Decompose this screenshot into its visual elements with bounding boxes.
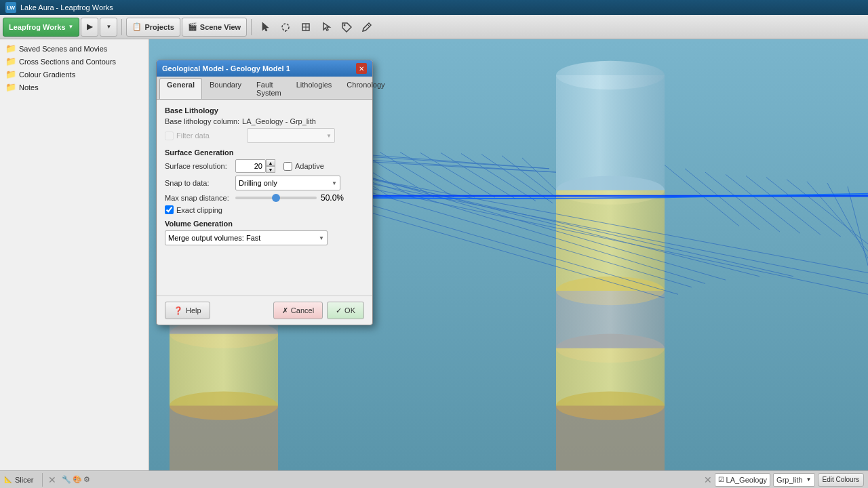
ok-icon: ✓ (336, 306, 342, 315)
tab-general[interactable]: General (159, 78, 202, 99)
ok-label: OK (344, 306, 355, 314)
title-bar: LW Lake Aura - Leapfrog Works (0, 0, 868, 15)
layer-dropdown[interactable]: ☑ LA_Geology (715, 473, 771, 487)
dialog-spacer (157, 255, 372, 296)
volume-value: Merge output volumes: Fast (168, 234, 260, 242)
max-snap-slider[interactable] (235, 197, 317, 199)
volume-generation-label: Volume Generation (165, 220, 364, 228)
tab-boundary[interactable]: Boundary (202, 78, 249, 99)
folder-icon: 📁 (5, 69, 16, 79)
leapfrog-menu-button[interactable]: Leapfrog Works ▼ (3, 18, 79, 37)
sidebar-item-notes[interactable]: 📁 Notes (0, 81, 149, 94)
sidebar-item-label: Cross Sections and Contours (19, 58, 116, 66)
sidebar-item-label: Saved Scenes and Movies (19, 45, 107, 53)
help-label: Help (186, 306, 201, 314)
dialog-action-buttons: ✗ Cancel ✓ OK (273, 302, 364, 319)
colour-dropdown[interactable]: Grp_lith ▼ (773, 473, 814, 487)
main-toolbar: Leapfrog Works ▼ ▶ ▼ 📋 Projects 🎬 Scene … (0, 15, 868, 39)
sidebar-item-label: Colour Gradients (19, 70, 75, 79)
tool-icon-2[interactable]: 🎨 (73, 475, 82, 484)
volume-dropdown[interactable]: Merge output volumes: Fast ▼ (165, 230, 328, 245)
surface-generation-label: Surface Generation (165, 148, 364, 157)
tool-icon-1[interactable]: 🔧 (62, 475, 71, 484)
svg-point-0 (282, 24, 289, 30)
slicer-icon: 📐 (4, 476, 12, 483)
colour-dropdown-arrow: ▼ (806, 476, 812, 483)
exact-clipping-row: Exact clipping (165, 205, 364, 214)
adaptive-checkbox[interactable] (283, 162, 292, 171)
leapfrog-btn-label: Leapfrog Works (9, 23, 66, 31)
select-tool-button[interactable] (256, 18, 275, 37)
help-icon: ❓ (174, 306, 183, 315)
volume-row: Merge output volumes: Fast ▼ (165, 230, 364, 245)
pencil-tool-button[interactable] (357, 18, 376, 37)
sidebar-item-label: Notes (19, 83, 39, 92)
folder-icon: 📁 (5, 43, 16, 54)
dropdown-arrow-icon: ▼ (106, 24, 111, 30)
resolution-down-btn[interactable]: ▼ (266, 166, 275, 173)
base-lithology-label: Base Lithology (165, 106, 364, 115)
exact-clipping-checkbox[interactable] (165, 205, 174, 214)
app-icon: LW (5, 2, 16, 13)
tag-tool-button[interactable] (337, 18, 356, 37)
sidebar-item-saved-scenes[interactable]: 📁 Saved Scenes and Movies (0, 42, 149, 55)
column-value: LA_Geology - Grp_lith (242, 117, 316, 125)
tab-chronology[interactable]: Chronology (339, 78, 392, 99)
snap-dropdown-arrow: ▼ (332, 180, 337, 186)
close-icon-right[interactable]: ✕ (704, 474, 712, 485)
resolution-label: Surface resolution: (165, 162, 233, 170)
resolution-row: Surface resolution: ▲ ▼ Adaptive (165, 159, 364, 173)
filter-row: Filter data ▼ (165, 128, 364, 143)
tool-icon-3[interactable]: ⚙ (83, 475, 90, 484)
sidebar-item-colour-gradients[interactable]: 📁 Colour Gradients (0, 68, 149, 81)
svg-rect-17 (170, 406, 278, 470)
snap-dropdown[interactable]: Drilling only ▼ (235, 176, 340, 190)
ok-button[interactable]: ✓ OK (327, 302, 364, 319)
lasso-tool-button[interactable] (276, 18, 295, 37)
dialog-close-button[interactable]: ✕ (356, 63, 367, 74)
column-row: Base lithology column: LA_Geology - Grp_… (165, 117, 364, 125)
sidebar-item-cross-sections[interactable]: 📁 Cross Sections and Contours (0, 55, 149, 68)
resolution-input[interactable] (235, 159, 266, 173)
svg-point-5 (344, 24, 346, 26)
folder-icon: 📁 (5, 56, 16, 66)
dropdown-button[interactable]: ▼ (100, 18, 117, 37)
svg-rect-21 (556, 190, 665, 291)
play-button[interactable]: ▶ (81, 18, 98, 37)
cancel-button[interactable]: ✗ Cancel (273, 302, 323, 319)
filter-data-checkbox[interactable] (165, 131, 174, 140)
slicer-label: Slicer (15, 476, 34, 484)
scene-view[interactable]: Geological Model - Geology Model 1 ✕ Gen… (149, 39, 868, 470)
scene-view-button[interactable]: 🎬 Scene View (182, 18, 247, 37)
column-label: Base lithology column: (165, 117, 239, 125)
layer-label: LA_Geology (726, 476, 768, 484)
edit-colours-label: Edit Colours (823, 476, 859, 483)
bottom-right-area: ✕ ☑ LA_Geology Grp_lith ▼ Edit Colours (704, 473, 864, 487)
geological-model-dialog: Geological Model - Geology Model 1 ✕ Gen… (156, 60, 373, 325)
projects-label: Projects (144, 23, 174, 31)
snap-value: Drilling only (239, 179, 277, 187)
main-layout: 📁 Saved Scenes and Movies 📁 Cross Sectio… (0, 39, 868, 470)
cancel-icon: ✗ (282, 306, 288, 315)
sidebar: 📁 Saved Scenes and Movies 📁 Cross Sectio… (0, 39, 149, 470)
svg-line-6 (368, 24, 370, 26)
tab-fault-system[interactable]: Fault System (249, 78, 289, 99)
help-button[interactable]: ❓ Help (165, 302, 210, 319)
pointer-tool-button[interactable] (317, 18, 336, 37)
scene-view-label: Scene View (200, 23, 241, 31)
close-icon[interactable]: ✕ (48, 474, 56, 485)
resolution-up-btn[interactable]: ▲ (266, 159, 275, 166)
resolution-spinner[interactable]: ▲ ▼ (235, 159, 275, 173)
tab-lithologies[interactable]: Lithologies (289, 78, 340, 99)
title-text: Lake Aura - Leapfrog Works (20, 3, 113, 12)
filter-dropdown-arrow: ▼ (326, 133, 332, 139)
folder-icon: 📁 (5, 82, 16, 92)
filter-dropdown[interactable]: ▼ (247, 128, 335, 143)
view-tool-button[interactable] (296, 18, 315, 37)
projects-button[interactable]: 📋 Projects (126, 18, 180, 37)
dialog-tabs: General Boundary Fault System Lithologie… (157, 77, 372, 100)
filter-data-label: Filter data (176, 131, 244, 140)
dialog-footer: ❓ Help ✗ Cancel ✓ OK (157, 296, 372, 325)
edit-colours-button[interactable]: Edit Colours (818, 473, 864, 487)
dialog-content: Base Lithology Base lithology column: LA… (157, 100, 372, 255)
